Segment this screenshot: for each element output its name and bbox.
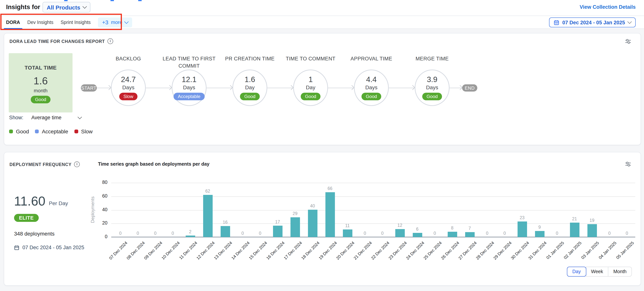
deployment-bar[interactable] — [203, 195, 212, 237]
legend-swatch — [35, 130, 39, 133]
x-tick-label: 26 Dec 2024 — [440, 240, 460, 260]
more-tabs-dropdown[interactable]: +3 more — [98, 17, 132, 27]
arrow-right-icon — [288, 85, 293, 90]
deployment-bar[interactable] — [517, 221, 527, 237]
stage-circle: 1.6DayGood — [232, 70, 267, 106]
calendar-icon — [14, 245, 19, 250]
bar-value-label: 8 — [444, 226, 460, 230]
arrow-right-icon — [458, 85, 462, 90]
deployment-rate: 11.60 Per Day — [14, 194, 68, 208]
date-range-picker[interactable]: 07 Dec 2024 - 05 Jan 2025 — [549, 18, 636, 27]
bar-value-label: 0 — [601, 231, 618, 235]
stage-unit: Days — [426, 84, 438, 90]
x-tick-label: 29 Dec 2024 — [492, 240, 512, 260]
granularity-day-button[interactable]: Day — [567, 267, 586, 276]
granularity-month-button[interactable]: Month — [608, 267, 632, 276]
deployment-rate-unit: Per Day — [49, 200, 68, 206]
x-tick-label: 23 Dec 2024 — [388, 240, 408, 260]
deployment-bar[interactable] — [587, 224, 597, 237]
deployment-bar[interactable] — [186, 235, 195, 237]
x-tick-label: 08 Dec 2024 — [126, 240, 146, 260]
x-tick-label: 31 Dec 2024 — [528, 240, 547, 260]
x-tick-label: 12 Dec 2024 — [196, 240, 216, 260]
x-tick-label: 18 Dec 2024 — [300, 240, 320, 260]
deployments-bar-chart: Deployments 020406080007 Dec 2024008 Dec… — [111, 183, 635, 237]
deployment-bar[interactable] — [273, 226, 282, 237]
arrow-right-icon — [410, 85, 415, 90]
deployment-bar[interactable] — [570, 223, 579, 237]
deployment-bar[interactable] — [395, 229, 404, 237]
stage-value: 1 — [308, 75, 313, 84]
granularity-week-button[interactable]: Week — [586, 267, 608, 276]
stage-value: 24.7 — [121, 75, 136, 84]
stage-unit: Day — [245, 84, 254, 90]
dashboard-root: Insights for All Products View Collectio… — [0, 0, 644, 291]
x-tick-label: 14 Dec 2024 — [230, 240, 250, 260]
deployment-bar[interactable] — [325, 192, 335, 237]
legend-label: Slow — [81, 128, 93, 134]
bar-value-label: 16 — [217, 220, 234, 224]
rating-legend: GoodAcceptableSlow — [9, 128, 93, 134]
stage-unit: Days — [122, 84, 134, 90]
x-tick-label: 02 Jan 2025 — [563, 240, 582, 260]
bar-value-label: 66 — [322, 186, 338, 191]
chevron-down-icon — [82, 4, 87, 9]
gridline — [111, 210, 635, 210]
tab-sprint-insights[interactable]: Sprint Insights — [60, 16, 90, 29]
deployment-bar[interactable] — [343, 229, 352, 237]
bar-value-label: 0 — [496, 231, 513, 235]
deployment-bar[interactable] — [535, 231, 544, 237]
deployment-bar[interactable] — [308, 210, 317, 237]
bar-value-label: 29 — [287, 211, 304, 216]
deployment-bar[interactable] — [412, 233, 422, 237]
bar-value-label: 0 — [130, 231, 146, 235]
bar-value-label: 0 — [479, 231, 496, 235]
x-tick-label: 05 Jan 2025 — [615, 240, 635, 260]
bar-value-label: 0 — [549, 231, 566, 235]
x-tick-label: 11 Dec 2024 — [178, 240, 198, 260]
legend-item: Slow — [74, 128, 93, 134]
bar-value-label: 6 — [409, 227, 426, 231]
clipped-content-mark — [64, 0, 68, 1]
deployment-bar[interactable] — [290, 217, 300, 237]
deployment-bar[interactable] — [465, 232, 474, 237]
tab-dev-insights[interactable]: Dev Insights — [27, 16, 54, 29]
clipped-content-mark — [110, 0, 114, 1]
stage-circle: 24.7DaysSlow — [111, 70, 146, 106]
legend-swatch — [9, 130, 13, 133]
deployment-bar[interactable] — [448, 232, 457, 237]
deployment-title-text: DEPLOYMENT FREQUENCY — [10, 162, 72, 167]
x-tick-label: 01 Jan 2025 — [545, 240, 565, 260]
x-tick-label: 15 Dec 2024 — [248, 240, 268, 260]
stage-rating-badge: Slow — [119, 93, 138, 100]
x-tick-label: 16 Dec 2024 — [266, 240, 285, 260]
stage-label: BACKLOG — [96, 55, 160, 62]
tab-dora[interactable]: DORA — [6, 16, 20, 29]
performance-tier-badge: ELITE — [14, 214, 39, 222]
stage-rating-badge: Good — [240, 93, 260, 100]
deployment-bar[interactable] — [220, 226, 230, 237]
view-collection-details-link[interactable]: View Collection Details — [580, 4, 636, 10]
chevron-down-icon — [78, 115, 82, 119]
gridline — [111, 183, 635, 183]
clipped-content-mark — [138, 0, 142, 1]
stage-rating-badge: Acceptable — [174, 93, 205, 100]
show-metric-dropdown[interactable]: Show: Average time — [9, 115, 81, 120]
more-tabs-count: +3 — [102, 19, 108, 25]
date-range-value: 07 Dec 2024 - 05 Jan 2025 — [562, 20, 625, 25]
y-tick-label: 0 — [92, 234, 108, 239]
stage-circle: 4.4DaysGood — [354, 70, 389, 106]
sliders-icon[interactable] — [625, 161, 632, 168]
y-tick-label: 80 — [92, 180, 108, 185]
arrow-right-icon — [349, 85, 354, 90]
legend-swatch — [74, 130, 78, 133]
product-selector-dropdown[interactable]: All Products — [42, 2, 90, 13]
legend-item: Good — [9, 128, 29, 134]
x-tick-label: 24 Dec 2024 — [405, 240, 425, 260]
x-tick-label: 04 Jan 2025 — [598, 240, 617, 260]
product-selector-value: All Products — [47, 4, 80, 11]
stage-rating-badge: Good — [422, 93, 442, 100]
report-tabs-bar: DORADev InsightsSprint Insights +3 more — [0, 16, 644, 29]
stage-value: 1.6 — [244, 75, 255, 84]
info-icon[interactable] — [74, 161, 80, 167]
